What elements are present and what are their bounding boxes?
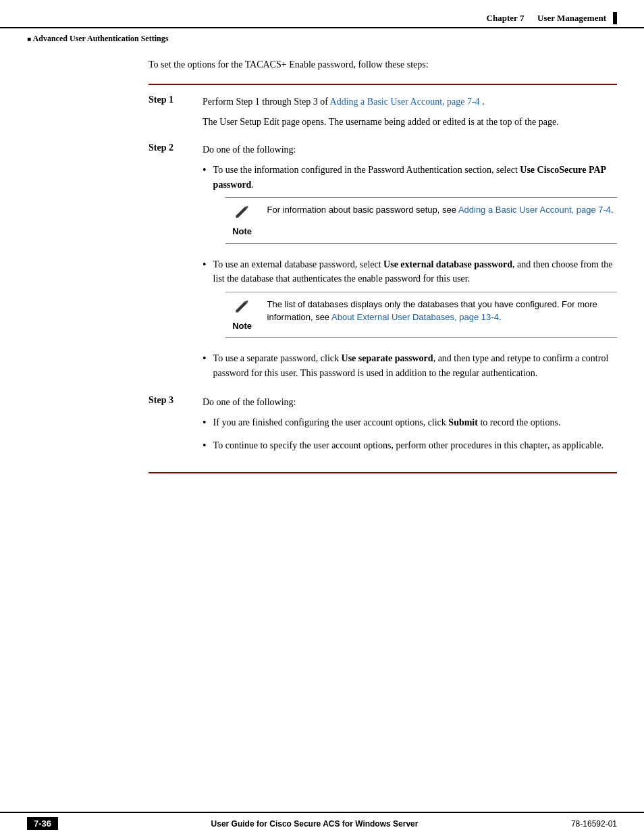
step-1-text-period: . — [482, 97, 485, 107]
step-2-bullet-3: To use a separate password, click Use se… — [203, 351, 617, 380]
step-3-label: Step 3 — [149, 395, 196, 406]
step-2-container: Step 2 Do one of the following: To use t… — [149, 142, 617, 387]
step-2-bullet-3-text: To use a separate password, click Use se… — [213, 351, 617, 380]
note-1-pencil-icon — [233, 202, 252, 224]
section-title: User Management — [537, 13, 606, 23]
pencil-svg-2 — [233, 296, 252, 315]
footer-doc-number: 78-16592-01 — [571, 819, 617, 829]
note-2-pencil-icon — [233, 296, 252, 318]
note-1-label: Note — [232, 225, 252, 238]
step-3-bullets: If you are finished configuring the user… — [203, 415, 617, 454]
step-1-para-1: Perform Step 1 through Step 3 of Adding … — [203, 95, 617, 109]
step-3-bullet-1: If you are finished configuring the user… — [203, 415, 617, 432]
page-number: 7-36 — [27, 817, 58, 830]
pencil-svg-1 — [233, 202, 252, 221]
step-3-content: Do one of the following: If you are fini… — [203, 395, 617, 461]
divider — [149, 84, 617, 85]
chapter-label: Chapter — [487, 13, 518, 23]
page: Chapter 7 User Management Advanced User … — [0, 0, 644, 834]
step-2-bullet-2: To use an external database password, se… — [203, 257, 617, 345]
step-1-container: Step 1 Perform Step 1 through Step 3 of … — [149, 95, 617, 134]
step-3-bullet-1-text: If you are finished configuring the user… — [213, 415, 617, 430]
step-1-content: Perform Step 1 through Step 3 of Adding … — [203, 95, 617, 134]
step-2-bullet-1-text: To use the information configured in the… — [213, 163, 617, 251]
step-3-container: Step 3 Do one of the following: If you a… — [149, 395, 617, 461]
step-2-bullet-1: To use the information configured in the… — [203, 163, 617, 251]
note-2-label: Note — [232, 319, 252, 333]
page-footer: 7-36 User Guide for Cisco Secure ACS for… — [0, 812, 644, 834]
note-1: Note For information about basic passwor… — [225, 197, 617, 243]
note-2: Note The list of databases displays only… — [225, 292, 617, 338]
step-1-label: Step 1 — [149, 95, 196, 105]
note-1-text: For information about basic password set… — [267, 202, 617, 217]
main-content: To set the options for the TACACS+ Enabl… — [0, 51, 644, 496]
bottom-divider — [149, 472, 617, 473]
sub-header-text: Advanced User Authentication Settings — [33, 34, 169, 43]
footer-doc-title: User Guide for Cisco Secure ACS for Wind… — [72, 819, 558, 829]
step-2-intro: Do one of the following: — [203, 142, 617, 157]
page-header: Chapter 7 User Management — [0, 0, 644, 28]
step-2-label: Step 2 — [149, 142, 196, 153]
step-2-bullets: To use the information configured in the… — [203, 163, 617, 380]
step-2-bullet-2-text: To use an external database password, se… — [213, 257, 617, 345]
intro-text: To set the options for the TACACS+ Enabl… — [149, 57, 617, 72]
step-2-content: Do one of the following: To use the info… — [203, 142, 617, 387]
step-1-para-2: The User Setup Edit page opens. The user… — [203, 115, 617, 130]
chapter-number: 7 — [520, 13, 535, 23]
note-1-icon-area: Note — [225, 202, 259, 238]
note-2-icon-area: Note — [225, 296, 259, 333]
header-bar — [613, 12, 617, 24]
note-2-link[interactable]: About External User Databases, page 13-4 — [331, 312, 499, 322]
sub-header: Advanced User Authentication Settings — [0, 31, 644, 51]
step-3-intro: Do one of the following: — [203, 395, 617, 410]
step-3-bullet-2-text: To continue to specify the user account … — [213, 438, 617, 453]
step-3-bullet-2: To continue to specify the user account … — [203, 438, 617, 454]
note-1-link[interactable]: Adding a Basic User Account, page 7-4 — [458, 205, 611, 215]
step-1-link[interactable]: Adding a Basic User Account, page 7-4 — [330, 97, 480, 107]
header-text: Chapter 7 User Management — [487, 13, 606, 24]
step-1-text-before: Perform Step 1 through Step 3 of — [203, 97, 330, 107]
note-2-text: The list of databases displays only the … — [267, 296, 617, 324]
